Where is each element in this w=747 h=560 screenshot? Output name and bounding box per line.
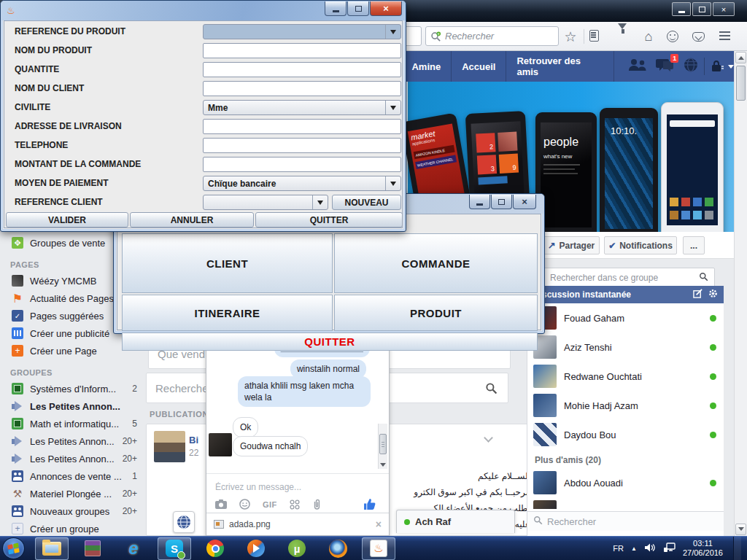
chat-contact-row[interactable]: Redwane Ouchtati: [527, 362, 724, 391]
camera-icon[interactable]: [215, 499, 227, 509]
more-friends-label[interactable]: Plus d'amis (20): [527, 449, 724, 468]
menu-maximize-button[interactable]: [491, 195, 512, 209]
post-options-chevron-icon[interactable]: [484, 433, 493, 443]
commande-button[interactable]: COMMANDE: [334, 233, 538, 293]
chat-contact-row[interactable]: Fouad Gaham: [527, 303, 724, 332]
attach-paperclip-icon[interactable]: [312, 499, 322, 510]
chat-sidebar-search-input[interactable]: [547, 516, 718, 527]
firefox-search-input[interactable]: [445, 31, 540, 42]
chat-scroll-down-icon[interactable]: [380, 463, 386, 470]
sidebar-group-item[interactable]: Les Petites Annon... 20+: [0, 432, 146, 450]
nouveau-button[interactable]: NOUVEAU: [332, 195, 401, 210]
taskbar-chrome-button[interactable]: [198, 537, 232, 560]
sidebar-group-item[interactable]: ⚒ Materiel Plongée ... 20+: [0, 485, 146, 502]
firefox-minimize-button[interactable]: [672, 2, 691, 16]
menu-close-button[interactable]: ×: [513, 195, 536, 209]
form-quitter-button[interactable]: QUITTER: [255, 212, 403, 228]
group-search-input[interactable]: [550, 273, 699, 283]
form-close-button[interactable]: ×: [370, 1, 402, 16]
post-author-avatar[interactable]: [154, 431, 185, 462]
gif-button[interactable]: GIF: [263, 500, 277, 509]
chat-contact-row[interactable]: Mohie Hadj Azam: [527, 391, 724, 420]
friend-requests-icon[interactable]: [627, 58, 648, 74]
nav-find-friends-link[interactable]: Retrouver des amis: [506, 51, 614, 82]
tray-clock[interactable]: 03:11 27/06/2016: [683, 539, 723, 558]
page-scrollbar[interactable]: [734, 51, 747, 536]
sidebar-group-item[interactable]: Systèmes d'Inform... 2: [0, 380, 146, 397]
client-button[interactable]: CLIENT: [122, 233, 333, 293]
taskbar-winrar-button[interactable]: [76, 537, 109, 560]
share-button[interactable]: ↗ Partager: [543, 236, 600, 254]
sidebar-group-item[interactable]: Nouveaux groupes 20+: [0, 502, 146, 520]
chat-scrollbar-thumb[interactable]: [379, 434, 387, 454]
privacy-shortcuts-lock-icon[interactable]: [711, 61, 734, 72]
itineraire-button[interactable]: ITINERAIRE: [122, 295, 333, 331]
montant-commande-field[interactable]: [203, 157, 401, 172]
tray-expand-icon[interactable]: ▲: [631, 545, 637, 552]
chat-settings-gear-icon[interactable]: [708, 289, 718, 300]
sidebar-group-item[interactable]: Les Petites Annon...: [0, 397, 146, 415]
firefox-close-button[interactable]: ×: [713, 2, 735, 16]
notifications-button[interactable]: ✔ Notifications: [604, 236, 677, 254]
produit-button[interactable]: PRODUIT: [334, 295, 538, 331]
network-icon[interactable]: [663, 542, 676, 554]
taskbar-explorer-button[interactable]: [35, 537, 69, 560]
reference-client-combobox[interactable]: [203, 195, 328, 210]
scrollbar-thumb[interactable]: [736, 66, 746, 101]
civilite-combobox[interactable]: Mme: [203, 100, 401, 115]
nav-profile-link[interactable]: Amine: [400, 51, 452, 82]
nav-home-link[interactable]: Accueil: [452, 51, 506, 82]
bookmarks-menu-icon[interactable]: [589, 30, 599, 42]
taskbar-ie-button[interactable]: e: [117, 537, 150, 560]
new-message-icon[interactable]: [693, 289, 703, 300]
more-options-button[interactable]: ...: [683, 236, 705, 254]
valider-button[interactable]: VALIDER: [6, 212, 128, 228]
nom-client-field[interactable]: [203, 81, 401, 96]
stickers-grid-icon[interactable]: [290, 499, 300, 510]
group-search-box[interactable]: [543, 268, 715, 287]
telephone-field[interactable]: [203, 138, 401, 153]
form-minimize-button[interactable]: [325, 1, 347, 16]
reference-produit-combobox[interactable]: [203, 24, 401, 39]
sidebar-group-item[interactable]: Les Petites Annon... 20+: [0, 450, 146, 467]
start-button[interactable]: [2, 537, 25, 559]
chat-contact-row[interactable]: Daydou Bou: [527, 420, 724, 449]
keyboard-language-indicator[interactable]: FR: [613, 544, 624, 553]
attachment-filename[interactable]: adada.png: [229, 519, 271, 529]
bookmark-star-icon[interactable]: ☆: [562, 28, 579, 45]
show-desktop-button[interactable]: [733, 537, 741, 560]
home-icon[interactable]: ⌂: [641, 28, 656, 44]
downloads-icon[interactable]: [616, 28, 628, 44]
like-thumb-icon[interactable]: [363, 497, 377, 511]
menu-quitter-button[interactable]: QUITTER: [122, 332, 538, 351]
remove-attachment-icon[interactable]: ×: [376, 518, 382, 530]
scroll-up-button[interactable]: [735, 52, 746, 63]
search-icon[interactable]: [485, 382, 498, 397]
messages-icon[interactable]: 1: [656, 58, 673, 75]
pocket-icon[interactable]: [692, 32, 705, 42]
nom-produit-field[interactable]: [203, 43, 401, 58]
form-maximize-button[interactable]: [347, 1, 369, 16]
sidebar-group-item[interactable]: Annonces de vente ... 1: [0, 467, 146, 485]
chat-contact-row[interactable]: Aziz Tenshi: [527, 332, 724, 362]
taskbar-skype-button[interactable]: S: [158, 537, 191, 560]
sidebar-group-item[interactable]: + Créer un groupe: [0, 520, 146, 537]
taskbar-java-button[interactable]: ♨: [362, 537, 395, 560]
firefox-search-box[interactable]: +: [425, 26, 559, 46]
globe-notification-chip[interactable]: [173, 511, 195, 533]
notifications-globe-icon[interactable]: [684, 58, 698, 75]
menu-minimize-button[interactable]: [469, 195, 490, 209]
chat-scrollbar[interactable]: [378, 424, 387, 469]
chat-contact-row-extra[interactable]: Abdou Aouadi: [527, 468, 724, 497]
adresse-livraison-field[interactable]: [203, 119, 401, 134]
chat-tab-ach-raf[interactable]: Ach Raf: [396, 510, 515, 533]
chat-message-input[interactable]: [215, 482, 347, 492]
moyen-paiement-combobox[interactable]: Chïque bancaire: [203, 176, 401, 191]
taskbar-firefox-button[interactable]: [321, 537, 355, 560]
chat-sidebar-search[interactable]: [527, 511, 724, 531]
scroll-down-button[interactable]: [735, 524, 746, 535]
emoji-smiley-icon[interactable]: [239, 499, 250, 510]
sidebar-group-item[interactable]: Math et informatiqu... 5: [0, 415, 146, 432]
smiley-addon-icon[interactable]: [667, 31, 678, 42]
annuler-button[interactable]: ANNULER: [130, 212, 254, 228]
